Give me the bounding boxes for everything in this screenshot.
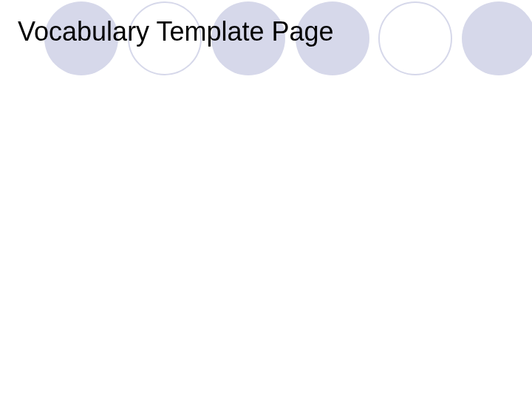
decorative-circle-6 [462, 1, 532, 75]
page-title: Vocabulary Template Page [18, 16, 334, 47]
decorative-circle-5 [378, 1, 452, 75]
